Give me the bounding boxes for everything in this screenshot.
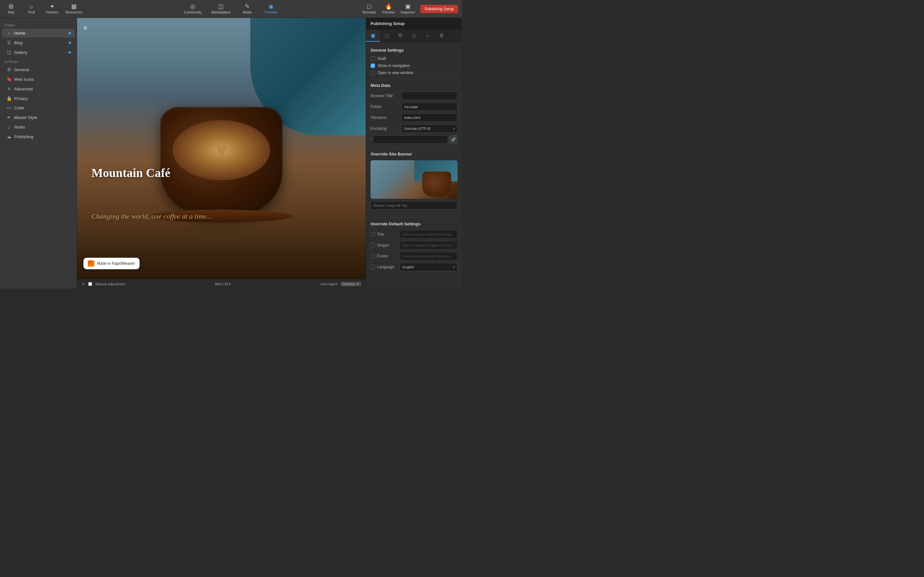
sidebar-item-gallery[interactable]: ◫ Gallery: [2, 48, 75, 57]
cup-area: ♥: [91, 57, 351, 266]
open-window-checkbox[interactable]: [371, 71, 375, 75]
folder-input[interactable]: [401, 103, 457, 111]
sidebar-item-advanced[interactable]: ≡ Advanced: [2, 84, 75, 93]
inspector-icon: ▣: [405, 3, 411, 9]
encoding-select-wrapper: Unicode (UTF-8) UTF-16 ISO-8859-1: [401, 124, 457, 133]
tab-styles[interactable]: ◇: [407, 29, 421, 42]
encoding-row: Encoding Unicode (UTF-8) UTF-16 ISO-8859…: [371, 124, 457, 133]
toolbar-themes[interactable]: ✦ Themes: [45, 3, 59, 14]
notes-icon: ♩: [6, 124, 11, 129]
blog-icon: ☰: [6, 40, 11, 45]
home-icon: ⌂: [6, 31, 11, 35]
override-title-input[interactable]: [400, 230, 457, 239]
banner-preview[interactable]: [371, 160, 457, 199]
publishing-setup-header: Publishing Setup: [366, 18, 462, 29]
browser-title-input[interactable]: [401, 92, 457, 100]
override-slogan-label: Slogan: [377, 243, 398, 247]
right-panel-tabs: ▣ ◻ ⧉ ◇ ⌕ ⚙ …: [366, 29, 462, 42]
sidebar-item-publishing[interactable]: ☁ Publishing: [2, 132, 75, 141]
toolbar-preview[interactable]: ◉ Preview: [264, 3, 278, 14]
toolbar-community[interactable]: ◎ Community: [184, 3, 202, 14]
rw-icon: [88, 260, 94, 267]
toolbar-mode[interactable]: ✎ Mode: [240, 3, 254, 14]
heart-swirl: ♥: [216, 139, 227, 161]
sidebar-item-code[interactable]: </> Code: [2, 103, 75, 112]
override-footer-input[interactable]: [400, 252, 457, 260]
sidebar-item-blog[interactable]: ☰ Blog: [2, 38, 75, 47]
toolbar-fire[interactable]: 🔥 Preview: [381, 3, 396, 14]
language-select[interactable]: English French German Spanish: [400, 263, 457, 271]
sidebar-item-master-style[interactable]: ✒ Master Style: [2, 113, 75, 122]
toolbar-resources[interactable]: ▦ Resources: [65, 3, 82, 14]
tab-more[interactable]: …: [448, 29, 462, 42]
canvas-subtitle: Changing the world, one coffee at a time…: [91, 211, 351, 221]
add-icon: ⊞: [9, 3, 13, 9]
toolbar-inspector[interactable]: ▣ Inspector: [401, 3, 415, 14]
simulate-icon: ◻: [367, 3, 372, 9]
override-footer-row: Footer: [371, 252, 457, 260]
canvas-title: Mountain Café: [91, 166, 170, 180]
manual-adjustment-checkbox[interactable]: [88, 282, 92, 286]
draft-row: Draft: [371, 56, 457, 61]
link-icon-button[interactable]: 🔗: [449, 135, 457, 143]
banner-alt-tag-input[interactable]: [371, 201, 457, 210]
link-icon: 🔗: [451, 137, 456, 142]
themes-icon: ✦: [50, 3, 55, 9]
made-in-badge: Made in RapidWeaver: [83, 258, 140, 269]
status-right: User Agent Desktop ▼: [320, 282, 361, 286]
tab-columns[interactable]: ⧉: [393, 29, 407, 42]
tab-page-inspector[interactable]: ▣: [366, 29, 380, 42]
sidebar-item-notes[interactable]: ♩ Notes: [2, 122, 75, 131]
gallery-dot: [69, 51, 71, 53]
canvas-statusbar: ☀ Manual adjustment 860 x 814 User Agent…: [77, 279, 366, 288]
hamburger-menu-icon[interactable]: ≡: [83, 24, 87, 32]
sidebar-item-general[interactable]: ⚙ General: [2, 65, 75, 74]
mode-icon: ✎: [245, 3, 250, 9]
show-nav-checkbox[interactable]: [371, 63, 375, 68]
code-icon: </>: [6, 106, 11, 110]
encoding-label: Encoding: [371, 126, 399, 131]
override-footer-label: Footer: [377, 254, 398, 258]
toolbar-find[interactable]: ⌕ Find: [24, 3, 39, 14]
tab-site-inspector[interactable]: ◻: [380, 29, 394, 42]
sidebar-item-privacy[interactable]: 🔒 Privacy: [2, 94, 75, 103]
coffee-cup: ♥: [160, 107, 282, 216]
settings-section-label: Settings: [0, 57, 77, 65]
filename-row: Filename: [371, 113, 457, 122]
right-panel: Publishing Setup ▣ ◻ ⧉ ◇ ⌕ ⚙ … General S…: [366, 18, 462, 288]
encoding-select[interactable]: Unicode (UTF-8) UTF-16 ISO-8859-1: [401, 124, 457, 133]
publishing-setup-title: Publishing Setup: [371, 21, 405, 26]
override-slogan-checkbox[interactable]: [371, 243, 375, 247]
tab-gear[interactable]: ⚙: [435, 29, 449, 42]
toolbar-simulate[interactable]: ◻ Simulate: [362, 3, 376, 14]
override-slogan-input[interactable]: [400, 241, 457, 250]
browser-title-label: Browser Title: [371, 93, 399, 98]
url-row: / 🔗: [371, 135, 457, 143]
draft-checkbox[interactable]: [371, 56, 375, 61]
web-icons-icon: 🔖: [6, 77, 11, 82]
sidebar-item-home[interactable]: ⌂ Home: [2, 29, 75, 37]
override-footer-checkbox[interactable]: [371, 254, 375, 258]
desktop-badge[interactable]: Desktop ▼: [341, 282, 361, 286]
preview-icon: ◉: [268, 3, 274, 9]
sidebar-item-web-icons[interactable]: 🔖 Web Icons: [2, 75, 75, 84]
home-dot: [69, 32, 71, 34]
toolbar-marketplace[interactable]: ◫ Marketplace: [212, 3, 231, 14]
divider-2: [371, 147, 457, 148]
tab-search[interactable]: ⌕: [421, 29, 435, 42]
filename-input[interactable]: [401, 113, 457, 122]
url-input[interactable]: [373, 135, 448, 143]
general-icon: ⚙: [6, 67, 11, 72]
publishing-icon: ☁: [6, 134, 11, 139]
override-title-row: Title: [371, 230, 457, 239]
publishing-setup-button[interactable]: Publishing Setup: [420, 5, 458, 13]
override-language-row: Language English French German Spanish: [371, 263, 457, 271]
right-panel-content: General Settings Draft Show in navigatio…: [366, 42, 462, 288]
pages-section-label: Pages: [0, 21, 77, 28]
override-banner-title: Override Site Banner: [371, 152, 457, 156]
toolbar-add[interactable]: ⊞ Add: [4, 3, 18, 14]
override-title-label: Title: [377, 232, 398, 237]
override-language-checkbox[interactable]: [371, 265, 375, 269]
override-title-checkbox[interactable]: [371, 232, 375, 237]
override-defaults-title: Override Default Settings: [371, 221, 457, 226]
